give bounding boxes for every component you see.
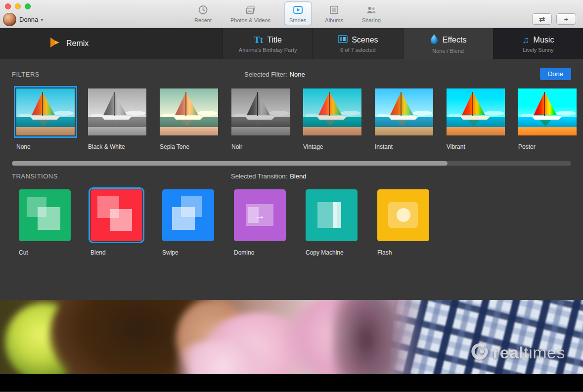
transition-label: Cut [19, 249, 71, 256]
zoom-window-button[interactable] [25, 3, 31, 9]
tab-effects[interactable]: Effects None / Blend [403, 28, 493, 59]
tab-sublabel: Lively Sunny [523, 47, 553, 53]
filter-option-sepia-tone[interactable]: Sepia Tone [160, 88, 218, 150]
tab-sublabel: Arianna's Birthday Party [239, 47, 297, 53]
selected-filter-label: Selected Filter: [244, 71, 287, 78]
done-button[interactable]: Done [540, 68, 571, 80]
tab-title[interactable]: Tt Title Arianna's Birthday Party [223, 28, 313, 59]
transition-label: Domino [234, 249, 286, 256]
chevron-down-icon: ▾ [41, 17, 43, 22]
play-icon [292, 4, 303, 16]
photos-icon [245, 4, 256, 16]
filter-option-vibrant[interactable]: Vibrant [447, 88, 505, 150]
transition-tile [19, 189, 71, 241]
filter-label: Vibrant [447, 143, 505, 150]
selected-transition-label: Selected Transition: [231, 173, 287, 180]
minimize-window-button[interactable] [15, 3, 21, 9]
add-button[interactable]: + [556, 13, 576, 25]
transition-tile: → [234, 189, 286, 241]
transition-list: Cut Blend Swipe → Domino [0, 189, 583, 256]
transition-tile [162, 189, 214, 241]
filter-option-black-white[interactable]: Black & White [88, 88, 146, 150]
filter-label: None [16, 143, 75, 150]
shape-square [110, 209, 132, 231]
transition-label: Blend [90, 249, 142, 256]
letterbox-bottom [0, 374, 583, 392]
filter-option-poster[interactable]: Poster [518, 88, 577, 150]
watermark-text-bold: real [493, 343, 524, 362]
tab-stories[interactable]: Stories [284, 1, 312, 25]
transition-option-swipe[interactable]: Swipe [162, 189, 214, 256]
account-menu[interactable]: Donna ▾ [3, 13, 43, 26]
filter-thumbnail [231, 88, 290, 135]
tab-music[interactable]: ♫ Music Lively Sunny [493, 28, 583, 59]
filter-label: Noir [231, 143, 290, 150]
tab-sublabel: None / Blend [432, 48, 464, 54]
filter-thumbnail [518, 88, 577, 135]
video-preview[interactable]: realtimes [0, 300, 583, 374]
transition-option-domino[interactable]: → Domino [234, 189, 286, 256]
transition-label: Copy Machine [306, 249, 358, 256]
filter-thumbnail [447, 88, 505, 135]
transition-option-cut[interactable]: Cut [19, 189, 71, 256]
title-icon: Tt [254, 35, 263, 45]
top-toolbar: Donna ▾ Recent Photos & Videos Stories [0, 0, 583, 28]
tab-albums[interactable]: Albums [319, 1, 349, 25]
sailboat-image [160, 88, 218, 135]
swap-button[interactable]: ⇄ [532, 13, 552, 25]
h-scrollbar[interactable] [12, 161, 571, 166]
shape-square [333, 202, 341, 228]
tab-recent[interactable]: Recent [189, 1, 217, 25]
sailboat-image [231, 88, 290, 135]
avatar [3, 13, 16, 26]
filter-option-instant[interactable]: Instant [375, 88, 433, 150]
tab-photos-videos[interactable]: Photos & Videos [225, 1, 276, 25]
filter-thumbnail [375, 88, 433, 135]
window-controls [5, 3, 31, 9]
main-navigation-tabs: Recent Photos & Videos Stories Albums Sh… [189, 1, 386, 25]
effects-panel: FILTERS Selected Filter:None Done None B… [0, 59, 583, 300]
transition-tile [306, 189, 358, 241]
close-window-button[interactable] [5, 3, 11, 9]
filter-option-none[interactable]: None [16, 88, 75, 150]
tab-sublabel: 6 of 7 selected [340, 47, 376, 53]
transition-tile [377, 189, 429, 241]
transition-option-flash[interactable]: Flash [377, 189, 429, 256]
h-scrollbar-thumb[interactable] [12, 161, 448, 166]
transition-option-copy-machine[interactable]: Copy Machine [306, 189, 358, 256]
remix-icon [48, 36, 61, 51]
remix-button[interactable]: Remix [48, 28, 89, 59]
tab-scenes[interactable]: Scenes 6 of 7 selected [313, 28, 403, 59]
toolbar-actions: ⇄ + [532, 13, 576, 25]
filter-option-vintage[interactable]: Vintage [303, 88, 361, 150]
transition-tile [90, 189, 142, 241]
selected-filter-text: Selected Filter:None [244, 71, 305, 78]
filter-label: Poster [518, 143, 577, 150]
album-icon [329, 4, 340, 16]
sailboat-image [303, 88, 361, 135]
transition-label: Flash [377, 249, 429, 256]
transitions-header: TRANSITIONS Selected Transition:Blend [0, 166, 583, 187]
sailboat-image [16, 88, 75, 135]
sailboat-image [447, 88, 505, 135]
transition-option-blend[interactable]: Blend [90, 189, 142, 256]
watermark-text: realtimes [493, 343, 565, 362]
plus-icon: + [564, 15, 569, 23]
transition-label: Swipe [162, 249, 214, 256]
remix-label: Remix [66, 39, 89, 48]
sailboat-image [375, 88, 433, 135]
tab-label: Title [267, 36, 282, 44]
tab-label: Albums [325, 17, 343, 23]
filter-option-noir[interactable]: Noir [231, 88, 290, 150]
shape-square [38, 207, 60, 230]
tab-label: Recent [194, 17, 212, 23]
swap-icon: ⇄ [539, 15, 545, 24]
tab-sharing[interactable]: Sharing [357, 1, 386, 25]
scenes-icon [338, 35, 348, 45]
transitions-section-label: TRANSITIONS [12, 173, 58, 180]
realtimes-watermark: realtimes [470, 342, 565, 363]
filters-header: FILTERS Selected Filter:None Done [0, 59, 583, 85]
selected-transition-text: Selected Transition:Blend [231, 173, 306, 180]
filters-section-label: FILTERS [12, 71, 40, 78]
filter-label: Vintage [303, 143, 361, 150]
